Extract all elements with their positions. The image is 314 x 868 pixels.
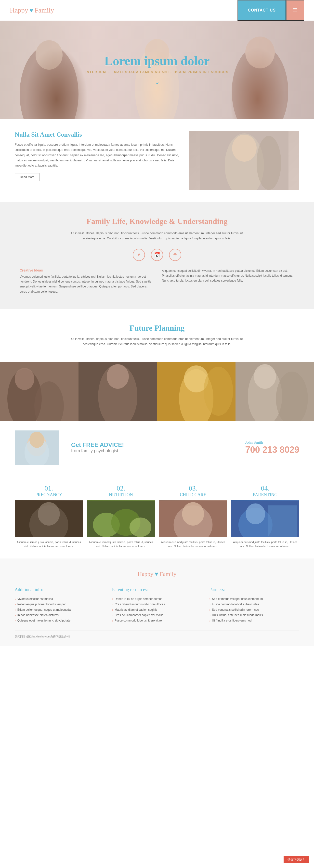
svg-point-20 <box>203 367 233 416</box>
family-col1: Creative Ideas Vivamus euismod justo fac… <box>20 268 152 294</box>
cat4-text: Aliquam euismod justo facilisis, porta t… <box>231 540 299 549</box>
cat3-title: CHILD CARE <box>159 492 227 497</box>
icons-row: ♥ 📅 ☂ <box>20 249 294 261</box>
footer-col1-item5: Quisque eget molestie nunc sit vulputate <box>15 618 105 623</box>
svg-point-8 <box>232 135 257 162</box>
logo-heart: ♥ <box>30 7 33 14</box>
family-two-col: Creative Ideas Vivamus euismod justo fac… <box>20 268 294 294</box>
advice-title: Get FREE ADVICE! <box>71 441 233 448</box>
heart-icon-circle[interactable]: ♥ <box>133 249 145 261</box>
hero-text: Lorem ipsum dolor INTERDUM ET MALESUADA … <box>85 54 229 86</box>
doctor-photo-svg <box>15 430 59 465</box>
cat2-text: Aliquam euismod justo facilisis, porta t… <box>87 540 155 549</box>
header-right: CONTACT US ☰ <box>238 0 304 21</box>
col2-text: Aliquam consequat sollicitudin viverra. … <box>162 268 294 283</box>
hero-subtitle: INTERDUM ET MALESUADA FAMES AC ANTE IPSU… <box>85 70 229 74</box>
svg-point-38 <box>182 502 204 525</box>
nutrition-svg <box>87 500 155 537</box>
footer-col1-title: Additional info: <box>15 587 105 592</box>
category-parenting: 04. PARENTING Aliquam euismod justo faci… <box>231 485 299 549</box>
cat3-text: Aliquam euismod justo facilisis, porta t… <box>159 540 227 549</box>
footer-col2-item3: Mauris ac diam ut sapien sagittis <box>112 607 202 613</box>
pregnancy-svg <box>15 500 83 537</box>
footer-col1-item3: Etiam pellentesque, neque ut malesuada <box>15 607 105 613</box>
svg-point-1 <box>36 40 63 70</box>
site-logo: Happy ♥ Family <box>10 6 54 14</box>
advice-section: Get FREE ADVICE! from family psychologis… <box>0 421 314 474</box>
footer-col1-item4: In hac habitasse platea dictumst. <box>15 613 105 618</box>
svg-point-12 <box>15 368 34 390</box>
nulla-right <box>189 131 299 190</box>
parenting-svg <box>231 500 299 537</box>
nulla-section: Nulla Sit Amet Convallis Fusce et effici… <box>0 119 314 202</box>
photo-svg-3 <box>157 362 236 421</box>
footer-logo-heart: ♥ <box>155 571 158 577</box>
hero-arrow[interactable]: ⌄ <box>85 78 229 86</box>
cat2-photo <box>87 500 155 537</box>
photo-svg-1 <box>0 362 78 421</box>
footer-col2-item2: Cras bibendum turpis odio non ultrices <box>112 602 202 607</box>
categories-grid: 01. PREGNANCY Aliquam euismod justo faci… <box>15 485 299 549</box>
footer-col-parenting: Parenting resources: Donec in ex ac turp… <box>112 587 202 623</box>
col1-text: Vivamus euismod justo facilisis, porta t… <box>20 274 152 294</box>
footer-col3-title: Partners: <box>209 587 299 592</box>
footer-col2-item5: Fusce commodo lobortis libero vitae <box>112 618 202 623</box>
logo-text-1: Happy <box>10 6 28 14</box>
col1-title: Creative Ideas <box>20 268 152 272</box>
footer-col2-title: Parenting resources: <box>112 587 202 592</box>
cat3-num: 03. <box>159 485 227 492</box>
photo-grid-2 <box>78 362 157 421</box>
svg-point-41 <box>246 503 265 524</box>
category-nutrition: 02. NUTRITION Aliquam euismod justo faci… <box>87 485 155 549</box>
calendar-icon-circle[interactable]: 📅 <box>151 249 163 261</box>
hero-section: Lorem ipsum dolor INTERDUM ET MALESUADA … <box>0 21 314 119</box>
photo-svg-2 <box>78 362 157 421</box>
photo-grid-4 <box>236 362 314 421</box>
categories-section: 01. PREGNANCY Aliquam euismod justo faci… <box>0 474 314 558</box>
nulla-left: Nulla Sit Amet Convallis Fusce et effici… <box>15 131 180 190</box>
cat4-photo <box>231 500 299 537</box>
photo-grid <box>0 362 314 421</box>
nulla-title: Nulla Sit Amet Convallis <box>15 131 180 138</box>
contact-us-button[interactable]: CONTACT US <box>238 0 286 21</box>
nulla-photo-svg <box>189 131 299 190</box>
hero-title: Lorem ipsum dolor <box>85 54 229 68</box>
advice-photo <box>15 430 59 465</box>
site-header: Happy ♥ Family CONTACT US ☰ <box>0 0 314 21</box>
footer-col3-item1: Sed et metus volutpat risus elementum <box>209 596 299 602</box>
advice-name: John Smith <box>245 440 299 445</box>
footer-col1-list: Vivamus efficitur est massa Pellentesque… <box>15 596 105 623</box>
footer-col3-item4: Duis luctus, ante nec malesuada mollis <box>209 613 299 618</box>
svg-point-23 <box>254 364 276 389</box>
advice-phone: 700 213 8029 <box>245 445 299 455</box>
photo-svg-4 <box>236 362 314 421</box>
cat1-num: 01. <box>15 485 83 492</box>
category-childcare: 03. CHILD CARE Aliquam euismod justo fac… <box>159 485 227 549</box>
cat3-photo <box>159 500 227 537</box>
cat4-num: 04. <box>231 485 299 492</box>
read-more-button[interactable]: Read More <box>15 173 39 181</box>
svg-point-5 <box>245 36 275 68</box>
future-title: Future Planning <box>20 323 294 333</box>
svg-point-28 <box>29 432 44 448</box>
footer-logo: Happy ♥ Family <box>15 571 299 577</box>
hamburger-button[interactable]: ☰ <box>286 0 304 21</box>
footer-logo-text1: Happy <box>137 571 153 577</box>
footer-col-partners: Partners: Sed et metus volutpat risus el… <box>209 587 299 623</box>
footer-cols: Additional info: Vivamus efficitur est m… <box>15 587 299 623</box>
childcare-svg <box>159 500 227 537</box>
nulla-text: Fusce et efficitur ligula, posuere preti… <box>15 142 180 168</box>
family-section: Family Life, Knowledge & Understanding U… <box>0 202 314 309</box>
cat2-title: NUTRITION <box>87 492 155 497</box>
umbrella-icon-circle[interactable]: ☂ <box>169 249 181 261</box>
footer-col3-list: Sed et metus volutpat risus elementum Fu… <box>209 596 299 623</box>
footer-col-additional: Additional info: Vivamus efficitur est m… <box>15 587 105 623</box>
cat4-title: PARENTING <box>231 492 299 497</box>
category-pregnancy: 01. PREGNANCY Aliquam euismod justo faci… <box>15 485 83 549</box>
footer-community-text: 仿间网络社区bbs.xienlao.com免费下载显@N1 <box>15 635 70 639</box>
logo-text-2: Family <box>35 6 54 14</box>
footer-col3-item3: Sed venenatis sollicitudin lorem nec <box>209 607 299 613</box>
footer-col1-item1: Vivamus efficitur est massa <box>15 596 105 602</box>
footer-col3-item5: Ut fringilla eros libero euismod <box>209 618 299 623</box>
cat1-text: Aliquam euismod justo facilisis, porta t… <box>15 540 83 549</box>
